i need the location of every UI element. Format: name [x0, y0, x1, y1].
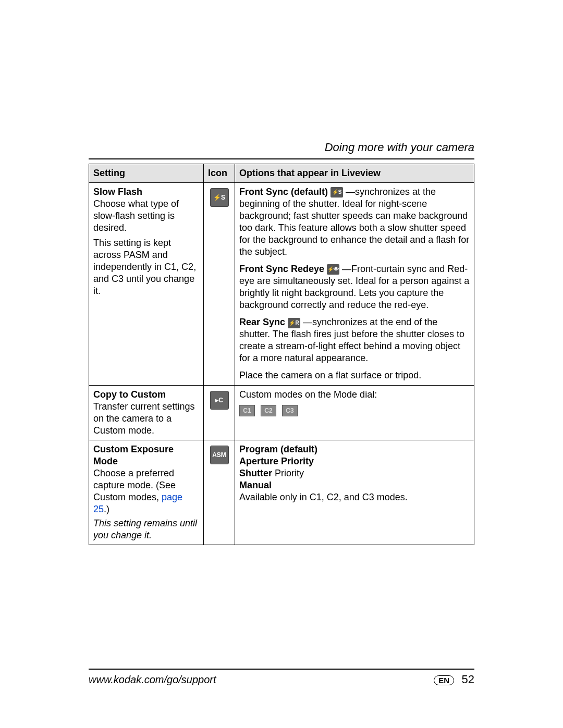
front-sync-redeye-icon: ⚡👁	[327, 264, 339, 275]
cell-icon-exposure: ASM	[204, 440, 235, 545]
option-front-sync: Front Sync (default) ⚡S —synchronizes at…	[239, 186, 470, 258]
setting-desc: Choose what type of slow-flash setting i…	[93, 198, 199, 234]
header-rule	[89, 158, 474, 159]
options-intro: Custom modes on the Mode dial:	[239, 389, 470, 401]
chip-c2: C2	[261, 405, 276, 416]
option-label: Rear Sync	[239, 317, 285, 327]
opt-shutter: Shutter Priority	[239, 467, 470, 479]
col-icon: Icon	[204, 164, 235, 183]
manual-page: Doing more with your camera Setting Icon…	[0, 0, 563, 728]
table-header-row: Setting Icon Options that appear in Live…	[89, 164, 474, 183]
cell-options-exposure: Program (default) Aperture Priority Shut…	[235, 440, 474, 545]
settings-table: Setting Icon Options that appear in Live…	[89, 164, 474, 545]
mode-chips: C1 C2 C3	[239, 404, 470, 416]
setting-desc-2: This setting is kept across PASM and ind…	[93, 237, 199, 297]
cell-options-copy: Custom modes on the Mode dial: C1 C2 C3	[235, 385, 474, 440]
opt-manual: Manual	[239, 479, 470, 491]
col-setting: Setting	[89, 164, 204, 183]
setting-title: Slow Flash	[93, 186, 199, 198]
rear-sync-icon: ⚡R	[288, 318, 300, 328]
page-indicator: EN 52	[434, 673, 474, 686]
cell-options-slow-flash: Front Sync (default) ⚡S —synchronizes at…	[235, 183, 474, 385]
opt-aperture: Aperture Priority	[239, 455, 470, 467]
setting-title: Copy to Custom	[93, 389, 199, 401]
cell-icon-copy: ▸C	[204, 385, 235, 440]
section-title: Doing more with your camera	[89, 141, 474, 154]
opt-shutter-rest: Priority	[272, 468, 304, 478]
setting-desc: Choose a preferred capture mode. (See Cu…	[93, 467, 199, 515]
chip-c3: C3	[282, 405, 298, 416]
cell-setting-copy: Copy to Custom Transfer current settings…	[89, 385, 204, 440]
copy-to-custom-icon: ▸C	[210, 391, 229, 410]
option-rear-sync: Rear Sync ⚡R —synchronizes at the end of…	[239, 316, 470, 364]
cell-setting-slow-flash: Slow Flash Choose what type of slow-flas…	[89, 183, 204, 385]
chip-c1: C1	[239, 405, 255, 416]
cell-setting-exposure: Custom Exposure Mode Choose a preferred …	[89, 440, 204, 545]
slow-flash-icon: ⚡S	[210, 188, 229, 207]
row-slow-flash: Slow Flash Choose what type of slow-flas…	[89, 183, 474, 385]
support-url[interactable]: www.kodak.com/go/support	[89, 674, 216, 686]
desc-post: .)	[104, 504, 109, 514]
cell-icon-slow-flash: ⚡S	[204, 183, 235, 385]
row-custom-exposure: Custom Exposure Mode Choose a preferred …	[89, 440, 474, 545]
custom-exposure-icon: ASM	[210, 446, 229, 464]
setting-note: This setting remains until you change it…	[93, 517, 199, 541]
opt-program: Program (default)	[239, 443, 470, 455]
option-label: Front Sync (default)	[239, 187, 328, 197]
setting-desc: Transfer current settings on the camera …	[93, 401, 199, 437]
row-copy-to-custom: Copy to Custom Transfer current settings…	[89, 385, 474, 440]
tripod-note: Place the camera on a flat surface or tr…	[239, 369, 470, 381]
option-label: Front Sync Redeye	[239, 264, 324, 274]
opt-availability: Available only in C1, C2, and C3 modes.	[239, 491, 470, 503]
option-text: —synchronizes at the beginning of the sh…	[239, 187, 469, 257]
col-options: Options that appear in Liveview	[235, 164, 474, 183]
setting-title: Custom Exposure Mode	[93, 443, 199, 467]
front-sync-icon: ⚡S	[331, 187, 343, 198]
opt-shutter-bold: Shutter	[239, 468, 272, 478]
page-footer: www.kodak.com/go/support EN 52	[89, 669, 474, 686]
page-number: 52	[462, 673, 474, 686]
language-badge: EN	[434, 675, 454, 685]
option-front-sync-redeye: Front Sync Redeye ⚡👁 —Front-curtain sync…	[239, 263, 470, 311]
